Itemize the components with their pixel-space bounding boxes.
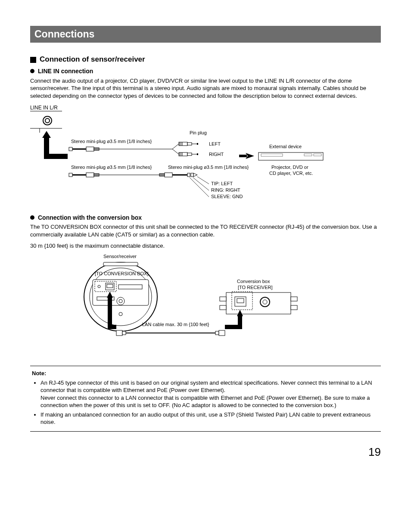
svg-rect-38 xyxy=(94,174,99,176)
svg-rect-30 xyxy=(239,155,247,157)
svg-rect-35 xyxy=(69,173,72,177)
subsection-heading-text: Connection of sensor/receiver xyxy=(40,55,145,65)
svg-rect-26 xyxy=(197,153,198,155)
sub-a-heading-text: LINE IN connection xyxy=(38,67,93,75)
svg-rect-37 xyxy=(86,173,94,177)
svg-marker-5 xyxy=(42,131,51,138)
label-projector-1: Projector, DVD or xyxy=(271,165,308,170)
note-title: Note: xyxy=(32,370,379,377)
svg-line-27 xyxy=(172,144,179,149)
svg-line-48 xyxy=(190,177,209,197)
section-title-bar: Connections xyxy=(30,26,381,43)
svg-rect-74 xyxy=(108,325,116,329)
subsection-heading: Connection of sensor/receiver xyxy=(30,55,381,65)
svg-rect-20 xyxy=(179,152,187,156)
label-miniplug-2: Stereo mini-plug ø3.5 mm {1/8 inches} xyxy=(71,165,152,170)
svg-rect-43 xyxy=(187,173,190,177)
svg-rect-75 xyxy=(116,330,122,336)
line-in-diagram: LINE IN L/R Stereo mini-plug ø3.5 mm {1/… xyxy=(30,104,381,203)
svg-rect-19 xyxy=(197,143,198,145)
label-miniplug-3: Stereo mini-plug ø3.5 mm {1/8 inches} xyxy=(168,165,249,170)
svg-rect-8 xyxy=(69,147,72,151)
note-list: An RJ-45 type connector of this unit is … xyxy=(32,379,379,426)
label-ext-device: External device xyxy=(269,144,302,149)
svg-rect-24 xyxy=(187,153,192,156)
label-to-receiver: [TO RECEIVER] xyxy=(238,285,272,290)
label-sensor: Sensor/receiver xyxy=(103,254,137,259)
label-projector-2: CD player, VCR, etc. xyxy=(269,171,313,176)
sub-b-heading-text: Connection with the conversion box xyxy=(38,214,142,222)
sub-a-heading: LINE IN connection xyxy=(30,67,381,75)
label-sleeve: SLEEVE: GND xyxy=(211,194,243,199)
svg-rect-6 xyxy=(44,137,49,156)
svg-rect-73 xyxy=(108,297,112,327)
sub-b-body-2: 30 m {100 feet} is the maximum connectab… xyxy=(30,242,381,250)
svg-point-1 xyxy=(43,116,52,125)
svg-rect-10 xyxy=(86,147,94,151)
conversion-box-diagram: Sensor/receiver [TO CONVERSION BOX] Conv… xyxy=(73,254,381,348)
svg-point-58 xyxy=(117,297,125,305)
section-title: Connections xyxy=(34,28,94,40)
svg-rect-17 xyxy=(187,143,192,145)
svg-rect-79 xyxy=(219,330,225,336)
sub-b-heading: Connection with the conversion box xyxy=(30,214,381,222)
page-number: 19 xyxy=(30,445,381,460)
svg-rect-78 xyxy=(215,331,219,335)
svg-rect-66 xyxy=(291,305,297,310)
svg-rect-82 xyxy=(229,325,242,329)
svg-rect-76 xyxy=(122,331,126,335)
svg-rect-63 xyxy=(220,297,226,301)
label-conv-box: Conversion box xyxy=(237,279,270,284)
label-ring: RING: RIGHT xyxy=(211,187,240,193)
svg-rect-67 xyxy=(235,297,246,306)
sub-b-body-1: The TO CONVERSION BOX connector of this … xyxy=(30,223,381,238)
svg-rect-7 xyxy=(44,154,68,159)
svg-line-28 xyxy=(172,149,179,154)
note-item-2: If making an unbalanced connection for a… xyxy=(40,411,379,426)
dot-bullet-icon xyxy=(30,69,34,73)
label-to-conversion: [TO CONVERSION BOX] xyxy=(95,271,149,276)
sub-a-body: Connect the audio output of a projector,… xyxy=(30,77,381,100)
svg-rect-11 xyxy=(94,148,99,150)
svg-rect-64 xyxy=(220,305,226,310)
note-item-1: An RJ-45 type connector of this unit is … xyxy=(40,379,379,409)
note-box: Note: An RJ-45 type connector of this un… xyxy=(30,366,381,432)
svg-marker-45 xyxy=(193,173,197,177)
label-right: RIGHT xyxy=(209,152,224,157)
svg-rect-51 xyxy=(103,262,138,266)
label-left: LEFT xyxy=(209,141,221,146)
svg-line-46 xyxy=(197,177,209,184)
svg-rect-41 xyxy=(165,173,172,177)
svg-point-2 xyxy=(45,118,50,123)
svg-rect-56 xyxy=(118,285,142,289)
label-pin-plug: Pin plug xyxy=(190,130,207,135)
svg-rect-40 xyxy=(159,174,165,176)
svg-rect-44 xyxy=(191,173,193,177)
dot-bullet-icon xyxy=(30,215,34,220)
label-lan-cable: LAN cable max. 30 m {100 feet} xyxy=(142,322,209,327)
label-miniplug-1: Stereo mini-plug ø3.5 mm {1/8 inches} xyxy=(71,139,152,144)
svg-line-47 xyxy=(193,177,209,190)
label-line-in: LINE IN L/R xyxy=(30,105,58,111)
svg-rect-13 xyxy=(179,142,187,146)
svg-rect-65 xyxy=(291,297,297,301)
label-tip: TIP: LEFT xyxy=(211,181,233,186)
square-bullet-icon xyxy=(30,57,36,63)
